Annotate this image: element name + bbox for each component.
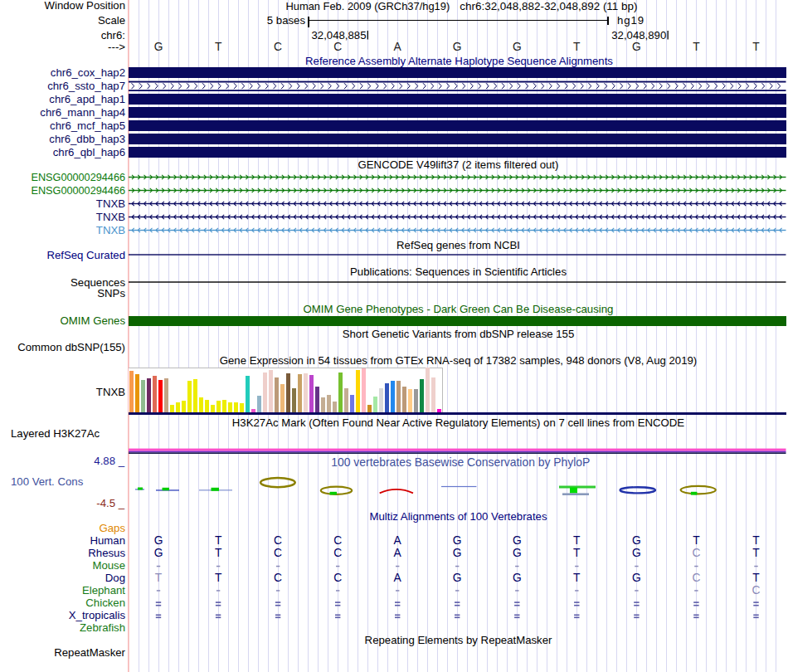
svg-text:G: G (154, 547, 163, 559)
svg-text:T: T (573, 534, 581, 547)
svg-text:C: C (752, 584, 761, 597)
svg-text:Scale: Scale (98, 14, 125, 27)
svg-text:Multiz Alignments of 100 Verte: Multiz Alignments of 100 Vertebrates (369, 510, 547, 523)
svg-text:T: T (752, 547, 760, 559)
svg-text:T: T (693, 41, 700, 53)
svg-text:chr6_dbb_hap3: chr6_dbb_hap3 (49, 133, 125, 145)
svg-text:C: C (692, 547, 700, 559)
svg-text:C: C (333, 534, 342, 547)
svg-text:C: C (274, 572, 282, 584)
svg-text:chr6_apd_hap1: chr6_apd_hap1 (49, 93, 125, 105)
svg-text:T: T (693, 534, 700, 547)
svg-text:Dog: Dog (105, 572, 125, 584)
svg-text:hg19: hg19 (617, 14, 645, 27)
svg-text:G: G (513, 547, 522, 559)
svg-text:Layered H3K27Ac: Layered H3K27Ac (11, 427, 100, 440)
svg-text:Human: Human (90, 534, 125, 547)
svg-text:Reference Assembly Alternate H: Reference Assembly Alternate Haplotype S… (305, 55, 613, 67)
svg-text:Publications: Sequences in Sci: Publications: Sequences in Scientific Ar… (350, 265, 567, 278)
svg-text:T: T (752, 572, 760, 584)
svg-text:Zebrafish: Zebrafish (80, 621, 125, 634)
svg-text:ENSG00000294466: ENSG00000294466 (31, 172, 125, 183)
svg-text:G: G (632, 534, 641, 547)
svg-text:TNXB: TNXB (96, 386, 125, 398)
svg-text:T: T (752, 41, 760, 53)
svg-text:C: C (333, 547, 342, 559)
svg-text:T: T (215, 547, 222, 559)
svg-text:G: G (513, 41, 522, 53)
svg-text:chr6_qbl_hap6: chr6_qbl_hap6 (53, 146, 125, 158)
svg-text:G: G (154, 41, 163, 53)
svg-text:C: C (333, 572, 342, 584)
svg-text:Rhesus: Rhesus (88, 547, 125, 559)
svg-text:GENCODE V49lift37 (2 items fil: GENCODE V49lift37 (2 items filtered out) (358, 158, 559, 171)
svg-text:T: T (215, 572, 222, 584)
svg-text:C: C (692, 572, 700, 584)
svg-text:T: T (752, 534, 760, 547)
svg-text:T: T (573, 547, 581, 559)
svg-text:32,048,885: 32,048,885 (311, 29, 366, 41)
svg-text:OMIM Gene Phenotypes - Dark Gr: OMIM Gene Phenotypes - Dark Green Can Be… (304, 303, 614, 315)
svg-text:G: G (154, 534, 163, 547)
svg-text:RefSeq Curated: RefSeq Curated (46, 249, 125, 261)
svg-text:TNXB: TNXB (96, 197, 125, 210)
svg-text:T: T (155, 572, 163, 584)
svg-text:chr6_mcf_hap5: chr6_mcf_hap5 (50, 119, 125, 132)
svg-text:A: A (394, 41, 402, 53)
svg-text:G: G (513, 534, 522, 547)
svg-text:--->: ---> (108, 41, 125, 53)
svg-text:chr6:32,048,882-32,048,892 (11: chr6:32,048,882-32,048,892 (11 bp) (460, 0, 637, 12)
svg-text:Common dbSNP(155): Common dbSNP(155) (17, 341, 125, 353)
svg-text:100 vertebrates Basewise Conse: 100 vertebrates Basewise Conservation by… (331, 455, 590, 469)
svg-text:Gene Expression in 54 tissues: Gene Expression in 54 tissues from GTEx … (220, 354, 697, 367)
svg-text:32,048,890: 32,048,890 (611, 29, 666, 41)
svg-text:A: A (394, 547, 402, 559)
svg-text:T: T (215, 41, 222, 53)
svg-text:4.88 _: 4.88 _ (94, 455, 124, 467)
svg-text:A: A (394, 534, 402, 547)
svg-text:C: C (274, 547, 282, 559)
svg-text:chr6_mann_hap4: chr6_mann_hap4 (40, 106, 125, 119)
svg-text:TNXB: TNXB (96, 211, 125, 223)
svg-text:SNPs: SNPs (97, 287, 125, 299)
svg-text:G: G (453, 572, 462, 584)
svg-text:G: G (453, 534, 462, 547)
svg-text:C: C (274, 534, 282, 547)
svg-text:TNXB: TNXB (96, 224, 125, 236)
svg-text:G: G (513, 572, 522, 584)
svg-text:chr6_ssto_hap7: chr6_ssto_hap7 (47, 80, 125, 92)
svg-text:H3K27Ac Mark (Often Found Near: H3K27Ac Mark (Often Found Near Active Re… (232, 416, 685, 429)
svg-text:G: G (453, 41, 462, 53)
svg-text:G: G (453, 547, 462, 559)
svg-text:-4.5 _: -4.5 _ (96, 497, 124, 509)
svg-text:OMIM Genes: OMIM Genes (61, 314, 126, 327)
svg-text:ENSG00000294466: ENSG00000294466 (31, 185, 125, 197)
svg-text:X_tropicalis: X_tropicalis (69, 609, 126, 621)
svg-text:Gaps: Gaps (99, 522, 125, 534)
svg-text:RepeatMasker: RepeatMasker (54, 646, 125, 659)
svg-text:Mouse: Mouse (92, 559, 125, 572)
svg-text:100 Vert. Cons: 100 Vert. Cons (11, 475, 84, 488)
svg-text:Human Feb. 2009 (GRCh37/hg19): Human Feb. 2009 (GRCh37/hg19) (285, 0, 450, 12)
svg-text:RefSeq genes from NCBI: RefSeq genes from NCBI (396, 239, 520, 251)
svg-text:C: C (274, 41, 282, 53)
svg-text:T: T (573, 572, 581, 584)
svg-text:Window Position: Window Position (45, 0, 125, 12)
svg-text:T: T (215, 534, 222, 547)
svg-text:C: C (333, 41, 342, 53)
svg-text:A: A (394, 572, 402, 584)
svg-text:Short Genetic Variants from db: Short Genetic Variants from dbSNP releas… (343, 328, 575, 340)
svg-text:T: T (573, 41, 581, 53)
svg-text:G: G (632, 547, 641, 559)
svg-text:G: G (632, 572, 641, 584)
svg-text:chr6_cox_hap2: chr6_cox_hap2 (51, 66, 125, 79)
svg-text:Elephant: Elephant (82, 584, 125, 597)
svg-text:G: G (632, 41, 641, 53)
svg-text:5 bases: 5 bases (267, 14, 306, 27)
svg-text:Repeating Elements by RepeatMa: Repeating Elements by RepeatMasker (365, 634, 552, 646)
svg-text:chr6:: chr6: (101, 29, 125, 41)
svg-text:Chicken: Chicken (85, 597, 125, 609)
